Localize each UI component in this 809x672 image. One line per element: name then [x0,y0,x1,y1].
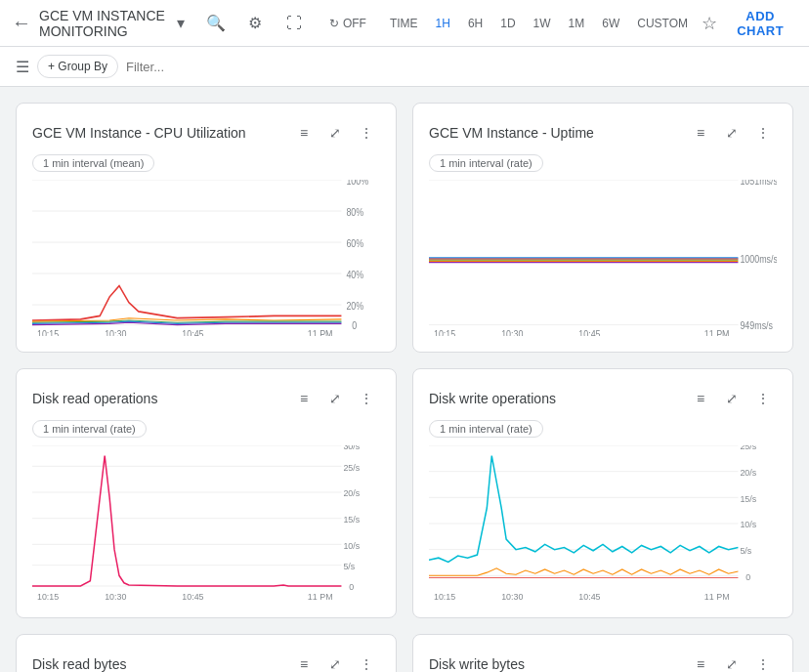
time-btn-1w[interactable]: 1W [526,13,559,34]
chart-icons-disk-read-ops: ≡ ⤢ ⋮ [290,385,380,412]
chart-title-disk-write-ops: Disk write operations [429,391,556,406]
chart-icons-disk-write-bytes: ≡ ⤢ ⋮ [687,651,777,672]
chart-card-disk-write-ops: Disk write operations ≡ ⤢ ⋮ 1 min interv… [412,368,793,618]
chart-title-cpu: GCE VM Instance - CPU Utilization [32,125,246,141]
chart-area-disk-write-ops: 25/s 20/s 15/s 10/s 5/s 0 10:15 10:30 10… [429,445,777,602]
svg-text:0: 0 [745,571,750,581]
svg-text:25/s: 25/s [343,462,360,472]
chart-header-disk-write-ops: Disk write operations ≡ ⤢ ⋮ [429,385,777,412]
svg-text:10/s: 10/s [740,520,756,529]
chart-legend-btn-disk-write-bytes[interactable]: ≡ [687,651,714,672]
chart-more-btn-disk-read-bytes[interactable]: ⋮ [353,651,380,672]
svg-text:20%: 20% [346,300,363,312]
chart-card-disk-read-bytes: Disk read bytes ≡ ⤢ ⋮ 1 min interval (ra… [16,634,397,672]
time-btn-1d[interactable]: 1D [492,13,523,34]
time-btn-time[interactable]: TIME [382,13,426,34]
chart-legend-btn-uptime[interactable]: ≡ [687,119,714,147]
svg-text:11 PM: 11 PM [704,592,730,602]
interval-badge-disk-write-ops: 1 min interval (rate) [429,420,543,438]
chart-expand-btn-disk-write-ops[interactable]: ⤢ [718,385,745,412]
refresh-label: OFF [343,17,366,30]
chart-title-uptime: GCE VM Instance - Uptime [429,125,594,141]
svg-text:40%: 40% [346,269,363,280]
svg-text:10:45: 10:45 [578,592,600,602]
title-dropdown-arrow[interactable]: ▾ [177,14,185,32]
chart-legend-btn-disk-read-bytes[interactable]: ≡ [290,651,318,672]
time-btn-6h[interactable]: 6H [460,13,490,34]
svg-text:1000ms/s: 1000ms/s [740,253,777,265]
svg-text:100%: 100% [346,180,368,187]
chart-icons-disk-read-bytes: ≡ ⤢ ⋮ [290,651,380,672]
svg-text:30/s: 30/s [343,445,360,451]
chart-title-disk-read-bytes: Disk read bytes [32,656,126,672]
fullscreen-button[interactable]: ⛶ [278,8,310,39]
interval-badge-uptime: 1 min interval (rate) [429,154,543,172]
svg-text:15/s: 15/s [343,515,360,525]
chart-header-disk-write-bytes: Disk write bytes ≡ ⤢ ⋮ [429,651,777,672]
filter-icon[interactable]: ☰ [16,58,29,76]
chart-expand-btn-uptime[interactable]: ⤢ [718,119,745,147]
chart-card-cpu-utilization: GCE VM Instance - CPU Utilization ≡ ⤢ ⋮ … [16,103,397,353]
search-button[interactable]: 🔍 [200,8,232,39]
group-by-label: + Group By [48,60,107,73]
svg-text:0: 0 [352,320,357,332]
chart-expand-btn-disk-write-bytes[interactable]: ⤢ [718,651,745,672]
chart-header-disk-read-bytes: Disk read bytes ≡ ⤢ ⋮ [32,651,380,672]
interval-badge-disk-read-ops: 1 min interval (rate) [32,420,147,438]
chart-more-btn-uptime[interactable]: ⋮ [749,119,777,147]
svg-text:949ms/s: 949ms/s [740,320,773,332]
settings-button[interactable]: ⚙ [239,8,271,39]
svg-text:10:30: 10:30 [105,329,126,336]
svg-text:11 PM: 11 PM [308,592,333,602]
chart-expand-btn-cpu[interactable]: ⤢ [321,119,349,147]
chart-expand-btn-disk-read-bytes[interactable]: ⤢ [321,651,349,672]
svg-text:11 PM: 11 PM [704,329,730,336]
star-button[interactable]: ☆ [700,8,719,39]
time-btn-1m[interactable]: 1M [561,13,593,34]
back-button[interactable]: ← [12,12,31,34]
svg-text:15/s: 15/s [740,493,756,503]
refresh-button[interactable]: ↻ OFF [321,13,374,34]
svg-text:10:15: 10:15 [434,592,455,602]
chart-card-disk-write-bytes: Disk write bytes ≡ ⤢ ⋮ 1 min interval (r… [412,634,793,672]
chart-legend-btn-disk-read-ops[interactable]: ≡ [290,385,318,412]
svg-text:11 PM: 11 PM [308,329,333,336]
time-btn-custom[interactable]: CUSTOM [629,13,696,34]
filter-input[interactable] [126,60,793,74]
chart-icons-disk-write-ops: ≡ ⤢ ⋮ [687,385,777,412]
charts-grid: GCE VM Instance - CPU Utilization ≡ ⤢ ⋮ … [0,87,809,672]
svg-text:20/s: 20/s [740,468,756,478]
svg-text:10:30: 10:30 [501,329,523,336]
svg-text:80%: 80% [346,206,363,218]
chart-more-btn-disk-write-ops[interactable]: ⋮ [749,385,777,412]
chart-legend-btn-cpu[interactable]: ≡ [290,119,318,147]
svg-text:10/s: 10/s [343,540,360,550]
svg-text:10:30: 10:30 [105,592,126,602]
chart-icons-uptime: ≡ ⤢ ⋮ [687,119,777,147]
svg-text:25/s: 25/s [740,445,756,451]
topbar: ← GCE VM INSTANCE MONITORING ▾ 🔍 ⚙ ⛶ ↻ O… [0,0,809,47]
filterbar: ☰ + Group By [0,47,809,87]
group-by-button[interactable]: + Group By [37,55,118,78]
add-chart-button[interactable]: ADD CHART [723,3,797,44]
chart-legend-btn-disk-write-ops[interactable]: ≡ [687,385,714,412]
chart-more-btn-disk-read-ops[interactable]: ⋮ [353,385,380,412]
dashboard-title: GCE VM INSTANCE MONITORING ▾ [39,8,185,39]
chart-more-btn-disk-write-bytes[interactable]: ⋮ [749,651,777,672]
chart-expand-btn-disk-read-ops[interactable]: ⤢ [321,385,349,412]
chart-card-disk-read-ops: Disk read operations ≡ ⤢ ⋮ 1 min interva… [16,368,397,618]
svg-text:10:45: 10:45 [182,329,203,336]
time-btn-1h[interactable]: 1H [428,13,458,34]
svg-text:10:15: 10:15 [37,329,59,336]
svg-text:10:45: 10:45 [182,592,203,602]
svg-text:1051ms/s: 1051ms/s [740,180,777,187]
chart-header-cpu: GCE VM Instance - CPU Utilization ≡ ⤢ ⋮ [32,119,380,147]
chart-icons-cpu: ≡ ⤢ ⋮ [290,119,380,147]
chart-more-btn-cpu[interactable]: ⋮ [353,119,380,147]
chart-area-cpu: 100% 80% 60% 40% 20% 0 10:15 10:30 10:45… [32,180,380,336]
time-btn-6w[interactable]: 6W [594,13,627,34]
chart-title-disk-read-ops: Disk read operations [32,391,157,406]
chart-header-disk-read-ops: Disk read operations ≡ ⤢ ⋮ [32,385,380,412]
chart-title-disk-write-bytes: Disk write bytes [429,656,525,672]
svg-text:10:30: 10:30 [501,592,523,602]
